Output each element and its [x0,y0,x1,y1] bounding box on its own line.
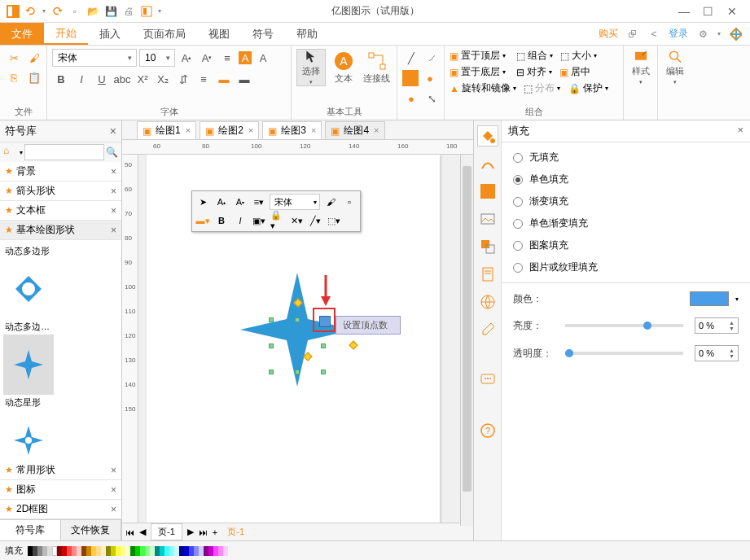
maximize-button[interactable]: ☐ [703,6,714,17]
crop-icon[interactable]: ⤡ [423,90,441,107]
menu-insert[interactable]: 插入 [88,23,132,45]
opacity-slider[interactable] [565,352,683,355]
ft-font-dec-icon[interactable]: A▾ [232,194,248,210]
paste-icon[interactable]: 📋 [25,68,43,86]
fill-color-icon[interactable]: ▬ [215,70,233,88]
cat-common[interactable]: ★常用形状× [0,461,121,480]
save-icon[interactable]: 💾 [104,5,117,18]
cat-textbox[interactable]: ★文本框× [0,201,121,221]
search-input[interactable] [24,144,104,160]
tab-file-recovery[interactable]: 文件恢复 [61,520,122,540]
menu-view[interactable]: 视图 [197,23,241,45]
line-icon[interactable]: ╱ [402,49,420,67]
strikethrough-icon[interactable]: abc [113,70,131,88]
center-icon[interactable]: ▣ [559,67,568,78]
text-tool[interactable]: A 文本 [329,49,358,86]
menu-start[interactable]: 开始 [44,23,88,45]
redo-icon[interactable] [50,5,64,18]
settings-icon[interactable]: ⚙ [696,28,709,41]
ft-font-inc-icon[interactable]: A▴ [213,194,230,210]
subscript-icon[interactable]: X₂ [154,70,172,88]
cat-background[interactable]: ★背景× [0,162,121,182]
protect-icon[interactable]: 🔒 [568,83,581,94]
ellipse-icon[interactable]: ● [421,69,439,87]
bring-front-icon[interactable]: ▣ [450,50,458,62]
group-icon[interactable]: ⬚ [516,50,525,62]
handle-e[interactable] [321,343,326,348]
italic-icon[interactable]: I [72,70,90,88]
edit-button[interactable]: 编辑▾ [663,49,687,86]
menu-symbol[interactable]: 符号 [241,23,285,45]
color-picker[interactable] [690,291,729,306]
scrollbar-vertical[interactable] [460,155,473,526]
font-size-dropdown[interactable]: 10▾ [139,49,175,67]
send-back-icon[interactable]: ▣ [450,67,458,78]
ts-fill-icon[interactable] [477,125,498,147]
cut-icon[interactable]: ✂ [5,49,23,67]
close-tab-icon[interactable]: × [248,125,253,135]
doc-tab-4[interactable]: ▣绘图4× [325,121,384,139]
font-color-icon[interactable]: A [254,49,272,67]
file-menu[interactable]: 文件 [0,23,44,45]
ft-tools-icon[interactable]: ✕▾ [288,212,305,229]
handle-s[interactable] [295,370,300,374]
handle-n[interactable] [295,317,300,322]
brightness-slider[interactable] [565,324,683,327]
bg-color-icon[interactable]: ▬ [235,70,253,88]
buy-link[interactable]: 购买 [599,27,618,41]
radio-solid-gradient-fill[interactable]: 单色渐变填充 [513,217,739,230]
copy-icon[interactable]: ⎘ [5,68,23,86]
shape-star-cutout[interactable] [3,410,54,461]
color-palette[interactable] [28,546,228,556]
ft-bg-icon[interactable]: ▫ [341,194,357,210]
increase-font-icon[interactable]: A▴ [178,49,195,67]
minimize-button[interactable]: — [678,6,690,17]
size-icon[interactable]: ⬚ [560,50,569,62]
ft-brush-icon[interactable]: 🖌 [322,194,339,210]
bold-icon[interactable]: B [52,70,70,88]
open-icon[interactable]: 📂 [86,5,99,18]
rotate-icon[interactable]: ▲ [450,83,459,94]
superscript-icon[interactable]: X² [134,70,151,88]
print-icon[interactable]: 🖨 [122,5,135,18]
page-active-label[interactable]: 页-1 [227,526,244,538]
distribute-icon[interactable]: ⬚ [524,83,533,94]
format-painter-icon[interactable]: 🖌 [25,49,43,67]
page-nav-last[interactable]: ⏭ [199,527,208,537]
radio-gradient-fill[interactable]: 渐变填充 [513,195,739,208]
close-tab-icon[interactable]: × [186,125,191,135]
ft-align-icon[interactable]: ≡▾ [251,194,267,210]
font-family-dropdown[interactable]: 宋体▾ [52,49,137,67]
ts-image-icon[interactable] [477,208,498,230]
menu-help[interactable]: 帮助 [285,23,329,45]
highlight-icon[interactable]: A [239,51,252,64]
brightness-spinner[interactable]: 0 %▲▼ [695,317,739,334]
login-link[interactable]: 登录 [669,27,688,41]
ft-font-dropdown[interactable]: 宋体▾ [270,194,320,210]
handle-w[interactable] [269,343,274,348]
ts-arrange-icon[interactable] [477,236,498,257]
ts-globe-icon[interactable] [477,291,498,313]
doc-tab-3[interactable]: ▣绘图3× [262,121,322,139]
undo-icon[interactable] [24,5,37,18]
close-button[interactable]: ✕ [727,6,739,17]
page-nav-prev[interactable]: ◀ [139,527,146,537]
new-icon[interactable]: ▫ [68,5,81,18]
ft-fill-color-icon[interactable]: ▬▾ [195,212,211,229]
opacity-spinner[interactable]: 0 %▲▼ [695,345,739,361]
handle-sw[interactable] [269,370,274,374]
cat-basic-shapes[interactable]: ★基本绘图形状× [0,221,121,240]
fill-panel-close-icon[interactable]: × [737,124,743,138]
radio-picture-fill[interactable]: 图片或纹理填充 [513,260,739,274]
align-tool-icon[interactable]: ⊟ [516,67,524,78]
page-nav-first[interactable]: ⏮ [125,527,134,537]
ft-lock-icon[interactable]: 🔒▾ [270,212,286,229]
line-height-icon[interactable]: ⇵ [174,70,192,88]
doc-tab-1[interactable]: ▣绘图1× [137,121,196,139]
share-icon[interactable]: ⮺ [626,28,639,41]
ts-edit-icon[interactable] [477,319,498,340]
decrease-font-icon[interactable]: A▾ [198,49,216,67]
cat-icons[interactable]: ★图标× [0,480,121,500]
page-tab-1[interactable]: 页-1 [151,523,182,540]
radio-solid-fill[interactable]: 单色填充 [513,173,739,186]
